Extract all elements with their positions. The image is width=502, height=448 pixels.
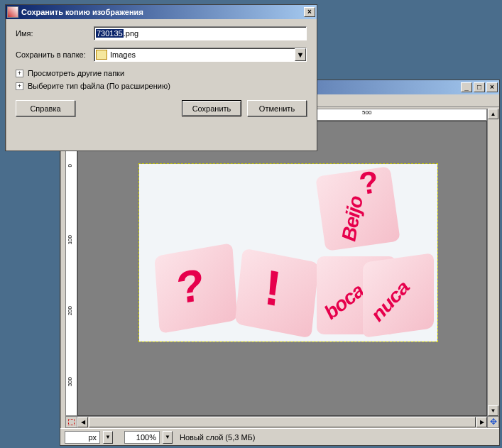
ruler-tick: 0 <box>67 164 73 167</box>
browse-folders-label: Просмотреть другие папки <box>28 69 124 77</box>
name-label: Имя: <box>16 29 94 38</box>
dialog-titlebar[interactable]: Сохранить копию изображения × <box>6 5 317 19</box>
navigation-icon[interactable]: ✥ <box>487 416 499 428</box>
dialog-close-button[interactable]: × <box>304 7 315 17</box>
folder-icon <box>96 50 107 60</box>
ruler-tick: 100 <box>67 235 73 244</box>
canvas-area[interactable]: ? ! Beijo ? boca nuca <box>77 121 487 416</box>
scroll-right-button[interactable]: ▶ <box>476 417 487 427</box>
folder-value: Images <box>110 50 136 59</box>
quickmask-toggle[interactable] <box>65 416 77 428</box>
app-icon <box>7 6 18 18</box>
save-dialog: Сохранить копию изображения × Имя: 73013… <box>5 4 317 151</box>
scroll-left-button[interactable]: ◀ <box>77 417 88 427</box>
scroll-up-button[interactable]: ▲ <box>488 109 498 119</box>
file-type-expander[interactable]: + Выберите тип файла (По расширению) <box>16 82 307 90</box>
vertical-scrollbar[interactable]: ▲ ▼ <box>487 109 499 416</box>
dice-image: ? <box>154 243 237 334</box>
maximize-button[interactable]: □ <box>474 82 485 92</box>
status-text: Новый слой (5,3 МБ) <box>180 433 255 442</box>
zoom-field[interactable]: 100% <box>124 431 160 444</box>
filename-selected-text: 730135 <box>96 29 124 38</box>
dice-image: nuca <box>363 253 434 338</box>
cancel-button[interactable]: Отменить <box>247 100 307 116</box>
folder-label: Сохранить в папке: <box>16 50 94 59</box>
plus-icon: + <box>16 70 23 77</box>
dice-image: ! <box>235 248 320 338</box>
status-bar: px ▼ 100% ▼ Новый слой (5,3 МБ) <box>60 428 499 445</box>
horizontal-scrollbar[interactable]: ◀ ▶ <box>77 416 487 428</box>
quickmask-icon <box>68 419 75 425</box>
browse-folders-expander[interactable]: + Просмотреть другие папки <box>16 69 307 77</box>
ruler-tick: 200 <box>67 306 73 315</box>
save-button[interactable]: Сохранить <box>182 100 241 116</box>
filename-extension: .png <box>124 29 138 38</box>
dice-image: Beijo ? <box>315 166 400 251</box>
dialog-title: Сохранить копию изображения <box>21 8 143 16</box>
chevron-down-icon[interactable]: ▼ <box>295 48 306 61</box>
folder-combo[interactable]: Images ▼ <box>94 48 307 62</box>
filename-input[interactable]: 730135.png <box>94 26 307 40</box>
ruler-tick: 500 <box>362 109 371 116</box>
scroll-thumb[interactable] <box>89 417 476 427</box>
ruler-tick: 300 <box>67 377 73 386</box>
plus-icon: + <box>16 82 23 90</box>
help-button[interactable]: Справка <box>16 100 75 116</box>
zoom-dropdown-button[interactable]: ▼ <box>163 431 173 444</box>
file-type-label: Выберите тип файла (По расширению) <box>28 82 170 90</box>
minimize-button[interactable]: _ <box>461 82 472 92</box>
unit-field[interactable]: px <box>65 431 100 444</box>
close-button[interactable]: × <box>486 82 498 92</box>
image-canvas[interactable]: ? ! Beijo ? boca nuca <box>139 164 437 342</box>
unit-dropdown-button[interactable]: ▼ <box>103 431 113 444</box>
vertical-ruler[interactable]: 0 100 200 300 <box>65 121 77 416</box>
scroll-down-button[interactable]: ▼ <box>488 405 498 416</box>
